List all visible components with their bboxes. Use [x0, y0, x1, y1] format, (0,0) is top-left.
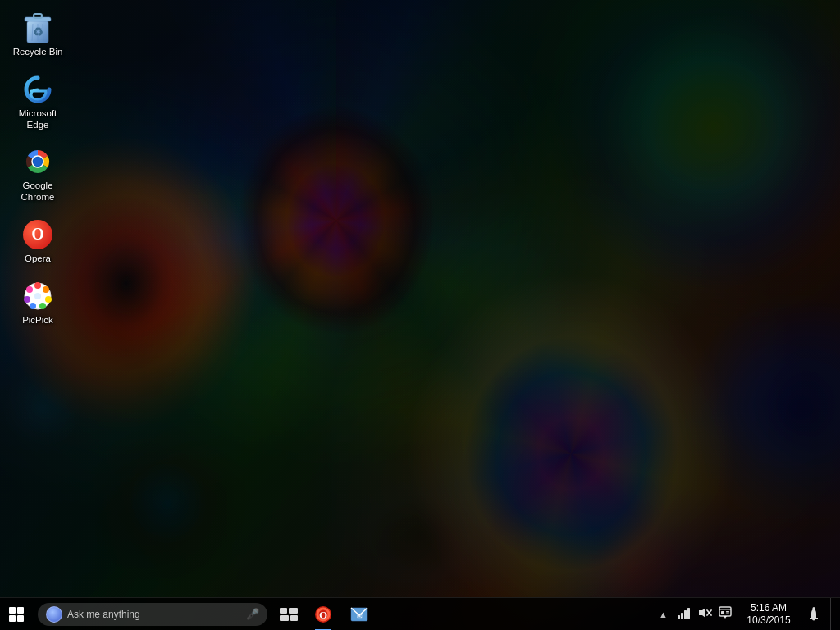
edge-label: Microsoft Edge: [11, 108, 64, 131]
taskbar-mail-icon: ✉: [349, 605, 369, 624]
svg-rect-30: [681, 613, 683, 619]
svg-point-12: [45, 296, 52, 303]
svg-rect-31: [684, 610, 687, 619]
desktop-icon-chrome[interactable]: Google Chrome: [8, 142, 67, 207]
svg-rect-32: [687, 608, 690, 619]
system-tray: ▲: [657, 598, 840, 631]
svg-point-16: [26, 286, 33, 293]
svg-rect-39: [726, 614, 729, 615]
picpick-label: PicPick: [22, 315, 53, 326]
chevron-up-icon: ▲: [659, 609, 668, 619]
svg-text:✉: ✉: [357, 613, 363, 620]
desktop-icon-recycle-bin[interactable]: ♻ Recycle Bin: [8, 8, 67, 62]
svg-text:O: O: [319, 609, 327, 621]
svg-point-13: [39, 303, 46, 309]
cortana-search[interactable]: Ask me anything 🎤: [38, 603, 267, 626]
search-placeholder-text: Ask me anything: [67, 609, 241, 620]
volume-icon[interactable]: [696, 605, 714, 623]
windows-logo-icon: [9, 607, 24, 622]
svg-rect-38: [726, 611, 729, 613]
chrome-label: Google Chrome: [11, 180, 64, 203]
taskbar-app-opera[interactable]: O: [305, 598, 341, 631]
svg-rect-37: [721, 611, 724, 614]
recycle-bin-svg: ♻: [22, 11, 53, 44]
chrome-svg: [23, 147, 52, 176]
windows-logo-pane-bl: [9, 615, 16, 622]
svg-text:♻: ♻: [33, 25, 43, 39]
taskbar-opera-icon: O: [313, 605, 333, 624]
task-view-icon: [280, 608, 298, 621]
windows-logo-pane-br: [17, 615, 24, 622]
tray-icons-area: [671, 605, 738, 623]
action-center-icon[interactable]: [717, 605, 733, 623]
svg-point-8: [34, 158, 42, 166]
notification-bell-icon: [807, 607, 820, 622]
taskbar: Ask me anything 🎤: [0, 597, 840, 630]
svg-point-18: [34, 293, 41, 299]
taskbar-apps: O ✉: [305, 598, 377, 631]
cortana-icon: [46, 606, 62, 623]
svg-rect-29: [678, 615, 680, 619]
show-desktop-button[interactable]: [830, 598, 835, 631]
tray-chevron-button[interactable]: ▲: [657, 606, 669, 622]
svg-point-14: [30, 303, 36, 309]
desktop-icon-opera[interactable]: O Opera: [8, 215, 67, 268]
picpick-icon: [21, 280, 54, 313]
taskbar-app-mail[interactable]: ✉: [341, 598, 377, 631]
svg-rect-20: [289, 608, 298, 614]
recycle-bin-icon: ♻: [21, 11, 54, 44]
edge-svg: [23, 75, 52, 104]
picpick-svg: [23, 281, 52, 311]
notifications-button[interactable]: [799, 598, 829, 631]
edge-icon: [21, 73, 54, 106]
desktop-icon-picpick[interactable]: PicPick: [8, 276, 67, 330]
clock-time: 5:16 AM: [751, 602, 787, 614]
svg-rect-1: [34, 14, 42, 18]
start-button[interactable]: [0, 598, 33, 631]
opera-label: Opera: [25, 253, 51, 265]
wallpaper: [0, 0, 840, 630]
microphone-icon: 🎤: [246, 608, 259, 620]
svg-point-10: [34, 282, 41, 289]
desktop: ♻ Recycle Bin: [0, 0, 840, 630]
svg-point-15: [24, 296, 30, 303]
desktop-icon-edge[interactable]: Microsoft Edge: [8, 70, 67, 135]
desktop-icons: ♻ Recycle Bin: [8, 8, 67, 330]
svg-point-40: [813, 607, 815, 609]
chrome-icon: [21, 145, 54, 178]
windows-logo-pane-tr: [17, 607, 24, 614]
clock-date: 10/3/2015: [746, 614, 790, 626]
opera-icon: O: [21, 218, 54, 251]
svg-rect-21: [280, 615, 289, 621]
windows-logo-pane-tl: [9, 607, 16, 614]
svg-rect-19: [280, 608, 287, 614]
task-view-button[interactable]: [274, 598, 304, 631]
svg-point-11: [43, 286, 49, 293]
recycle-bin-label: Recycle Bin: [13, 47, 63, 58]
opera-icon-div: O: [23, 220, 52, 249]
clock-area[interactable]: 5:16 AM 10/3/2015: [740, 598, 797, 631]
network-icon[interactable]: [676, 605, 692, 623]
svg-rect-22: [290, 615, 298, 621]
